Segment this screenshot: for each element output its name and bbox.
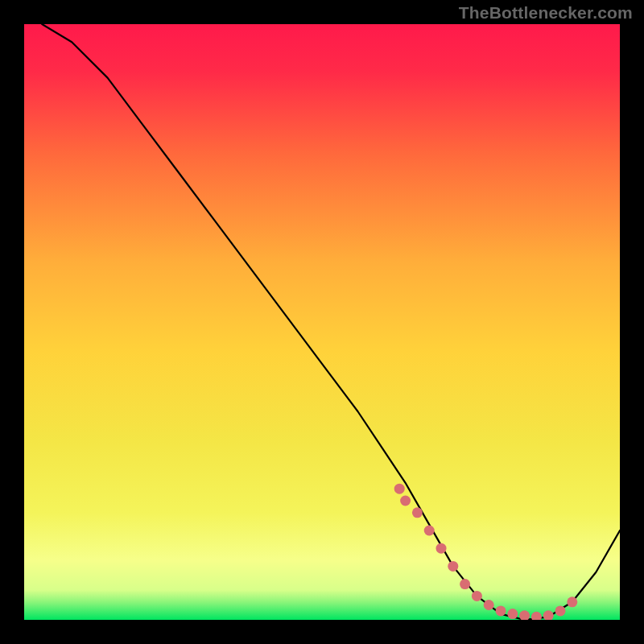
- svg-point-14: [555, 605, 566, 616]
- svg-point-9: [496, 605, 506, 616]
- gradient-background: [24, 24, 620, 620]
- svg-point-1: [400, 496, 411, 506]
- watermark-label: TheBottlenecker.com: [459, 3, 633, 23]
- svg-point-0: [394, 484, 405, 494]
- svg-point-6: [460, 579, 470, 589]
- svg-point-5: [448, 561, 458, 572]
- chart-svg: [24, 24, 620, 620]
- svg-point-10: [507, 609, 518, 619]
- svg-point-2: [412, 507, 423, 518]
- svg-point-3: [424, 526, 435, 536]
- svg-point-15: [567, 597, 577, 607]
- svg-point-4: [436, 543, 447, 554]
- svg-point-8: [484, 600, 494, 610]
- svg-point-7: [472, 591, 482, 601]
- chart-frame: TheBottlenecker.com: [0, 0, 644, 644]
- chart-plot-area: [24, 24, 620, 620]
